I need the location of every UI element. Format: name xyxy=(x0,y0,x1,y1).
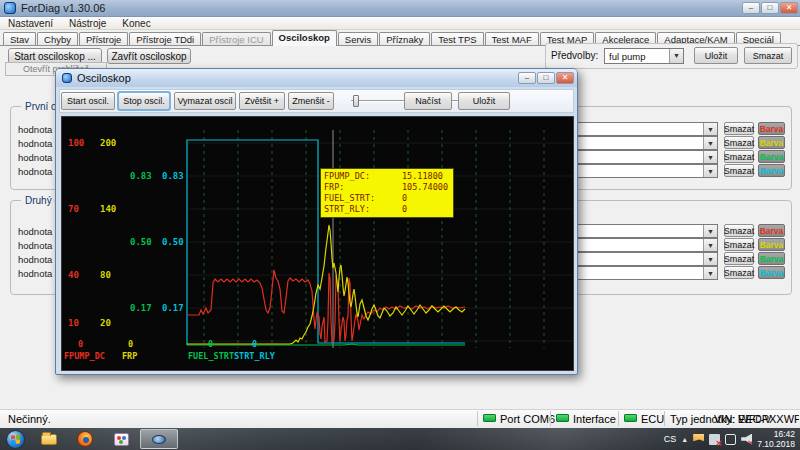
tab-chyby[interactable]: Chyby xyxy=(37,32,78,46)
presets-combobox[interactable]: ful pump ▼ xyxy=(604,48,684,64)
chevron-down-icon[interactable]: ▼ xyxy=(703,239,717,251)
scale-red: 100 xyxy=(68,138,98,148)
scope-minimize-button[interactable]: – xyxy=(518,72,536,84)
main-close-button[interactable]: ✕ xyxy=(780,2,798,14)
row-smazat-button[interactable]: Smazat xyxy=(724,136,754,149)
scope-stop-button[interactable]: Stop oscil. xyxy=(118,92,170,110)
hodnota-label: hodnota xyxy=(18,124,52,135)
legend-value: 0 xyxy=(128,339,133,349)
tab-test-maf[interactable]: Test MAF xyxy=(485,32,539,46)
interface-status-led xyxy=(556,414,569,422)
preset-delete-button[interactable]: Smazat xyxy=(744,47,792,64)
menu-nastroje[interactable]: Nástroje xyxy=(61,18,114,29)
legend-name: FUEL_STRT xyxy=(188,351,234,361)
scope-save-button[interactable]: Uložit xyxy=(458,92,510,110)
scope-close-button[interactable]: ✕ xyxy=(556,72,574,84)
tab-test-tps[interactable]: Test TPS xyxy=(431,32,483,46)
volume-muted-icon[interactable] xyxy=(741,434,752,445)
menu-konec[interactable]: Konec xyxy=(114,18,158,29)
scale-red: 70 xyxy=(68,204,98,214)
tab-pristroje[interactable]: Přístroje xyxy=(79,32,128,46)
tooltip-value: 0 xyxy=(402,193,407,204)
tab-pristroje-icu[interactable]: Přístroje ICU xyxy=(202,32,270,46)
row-barva-button[interactable]: Barva xyxy=(758,164,785,177)
scope-zoom-out-button[interactable]: Zmenšit - xyxy=(288,92,334,110)
tooltip-label: STRT_RLY: xyxy=(324,204,402,215)
scope-display[interactable]: 100 70 40 10 200 140 80 20 0.83 0.50 0.1… xyxy=(61,116,574,371)
scope-titlebar[interactable]: Osciloskop xyxy=(56,69,577,87)
row-barva-button[interactable]: Barva xyxy=(758,238,785,251)
chevron-down-icon[interactable]: ▼ xyxy=(703,253,717,265)
tooltip-label: FPUMP_DC: xyxy=(324,171,402,182)
row-barva-button[interactable]: Barva xyxy=(758,136,785,149)
row-smazat-button[interactable]: Smazat xyxy=(724,122,754,135)
legend-value: 0 xyxy=(252,339,257,349)
status-ecu: ECU xyxy=(641,413,664,425)
action-center-icon[interactable] xyxy=(693,434,704,445)
chevron-down-icon[interactable]: ▼ xyxy=(703,151,717,163)
scope-load-button[interactable]: Načíst xyxy=(404,92,452,110)
hodnota-label: hodnota xyxy=(18,240,52,251)
port-status-led xyxy=(483,414,496,422)
tooltip-label: FUEL_STRT: xyxy=(324,193,402,204)
fordiag-icon xyxy=(152,435,166,444)
scale-yellow: 80 xyxy=(100,270,130,280)
row-barva-button[interactable]: Barva xyxy=(758,252,785,265)
chevron-down-icon[interactable]: ▼ xyxy=(703,123,717,135)
firefox-icon[interactable] xyxy=(74,429,96,449)
tab-stav[interactable]: Stav xyxy=(3,32,36,46)
paint-icon[interactable] xyxy=(110,429,132,449)
clock-time: 16:42 xyxy=(757,429,795,439)
tab-pristroje-tddi[interactable]: Přístroje TDdi xyxy=(129,32,201,46)
language-indicator[interactable]: CS xyxy=(664,434,677,444)
explorer-icon[interactable] xyxy=(38,429,60,449)
tray-expand-icon[interactable]: ▲ xyxy=(681,436,688,443)
scope-data-tooltip: FPUMP_DC:15.11800 FRP:105.74000 FUEL_STR… xyxy=(320,168,454,218)
chevron-down-icon[interactable]: ▼ xyxy=(703,137,717,149)
clock[interactable]: 16:42 7.10.2018 xyxy=(757,429,798,449)
row-smazat-button[interactable]: Smazat xyxy=(724,224,754,237)
tooltip-value: 15.11800 xyxy=(402,171,443,182)
row-barva-button[interactable]: Barva xyxy=(758,224,785,237)
row-barva-button[interactable]: Barva xyxy=(758,266,785,279)
main-maximize-button[interactable]: □ xyxy=(761,2,779,14)
scope-clear-button[interactable]: Vymazat oscil xyxy=(174,92,236,110)
tab-servis[interactable]: Servis xyxy=(338,32,378,46)
status-interface: Interface xyxy=(573,413,616,425)
row-smazat-button[interactable]: Smazat xyxy=(724,238,754,251)
scope-zoom-slider-thumb[interactable] xyxy=(353,95,359,107)
scope-zoom-in-button[interactable]: Zvětšit + xyxy=(239,92,285,110)
fordiag-taskbar-button[interactable] xyxy=(140,429,178,449)
scale-green: 0.50 xyxy=(130,237,160,247)
chevron-down-icon[interactable]: ▼ xyxy=(703,165,717,177)
scale-red: 40 xyxy=(68,270,98,280)
tab-priznaky[interactable]: Příznaky xyxy=(379,32,430,46)
row-barva-button[interactable]: Barva xyxy=(758,122,785,135)
chevron-down-icon[interactable]: ▼ xyxy=(703,225,717,237)
scale-green: 0.83 xyxy=(130,171,160,181)
main-minimize-button[interactable]: – xyxy=(742,2,760,14)
row-smazat-button[interactable]: Smazat xyxy=(724,252,754,265)
legend-value: 0 xyxy=(78,339,83,349)
status-port: Port COM6 xyxy=(500,413,555,425)
row-barva-button[interactable]: Barva xyxy=(758,150,785,163)
start-button[interactable] xyxy=(4,429,26,449)
scale-yellow: 20 xyxy=(100,318,130,328)
zavrit-osciloskop-button[interactable]: Zavřít osciloskop xyxy=(107,48,191,64)
device-icon[interactable] xyxy=(725,434,736,445)
row-smazat-button[interactable]: Smazat xyxy=(724,266,754,279)
row-smazat-button[interactable]: Smazat xyxy=(724,164,754,177)
chevron-down-icon[interactable]: ▼ xyxy=(703,267,717,279)
chevron-down-icon[interactable]: ▼ xyxy=(669,49,683,63)
row-smazat-button[interactable]: Smazat xyxy=(724,150,754,163)
scope-start-button[interactable]: Start oscil. xyxy=(61,92,115,110)
presets-label: Předvolby: xyxy=(551,50,598,61)
preset-save-button[interactable]: Uložit xyxy=(694,47,738,64)
legend-value: 0 xyxy=(208,339,213,349)
menu-nastaveni[interactable]: Nastavení xyxy=(0,18,61,29)
scale-cyan: 0.83 xyxy=(162,171,192,181)
tab-osciloskop[interactable]: Osciloskop xyxy=(272,30,337,46)
scope-restore-button[interactable]: □ xyxy=(537,72,555,84)
menubar: Nastavení Nástroje Konec xyxy=(0,17,800,30)
network-disconnected-icon[interactable] xyxy=(709,434,720,445)
